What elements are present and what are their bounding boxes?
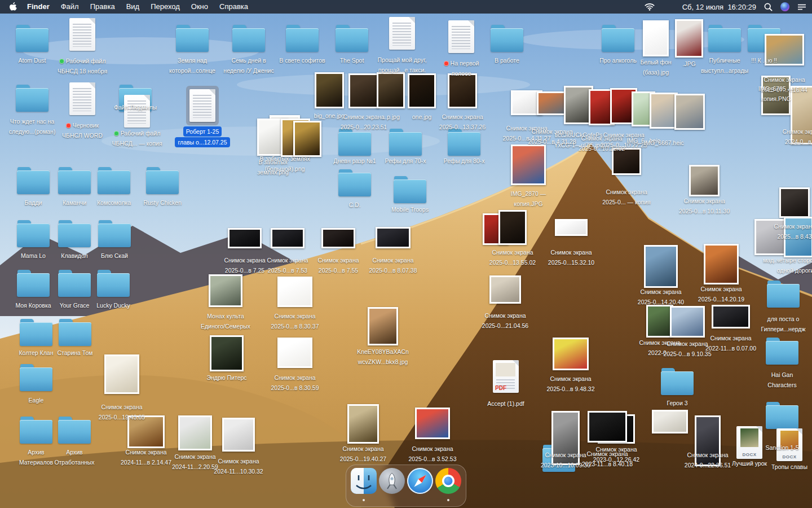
desktop-image-63[interactable] — [555, 219, 588, 236]
desktop-label-86[interactable]: Снимок экрана2025-0...в 8.30.59 — [258, 373, 332, 393]
menu-item-3[interactable]: Переход — [145, 0, 186, 14]
desktop-image-48[interactable] — [511, 144, 546, 185]
desktop-folder-56[interactable] — [98, 220, 131, 247]
dock-launchpad[interactable] — [378, 468, 406, 503]
desktop-image-86[interactable] — [277, 338, 312, 368]
desktop-image-71[interactable] — [489, 275, 521, 304]
desktop-image-30[interactable] — [448, 73, 477, 108]
menu-item-1[interactable]: Правка — [85, 0, 121, 14]
desktop-label-53[interactable]: четыре стороныодной дороги.jp — [762, 255, 812, 275]
apple-menu[interactable] — [0, 2, 21, 11]
desktop-label-48[interactable]: IMG_2870 —копия.JPG — [492, 189, 565, 209]
desktop-label-37[interactable]: IMG_6667.heic — [627, 138, 700, 148]
desktop-label-73[interactable]: для поста оГиппери...нердж — [747, 314, 812, 334]
desktop-label-19[interactable]: Файл Людмилы — [99, 102, 172, 112]
desktop-folder-41[interactable] — [98, 167, 130, 194]
desktop-label-65[interactable]: Снимок экрана2025-0...14.20.19 — [685, 284, 758, 304]
desktop-image-84[interactable] — [104, 354, 139, 394]
desktop-image-60[interactable] — [376, 227, 411, 248]
desktop-image-62[interactable] — [498, 210, 527, 245]
desktop-label-23[interactable]: В забытыхземлях.png — [236, 157, 310, 177]
desktop-folder-2[interactable] — [176, 25, 209, 52]
desktop-image-38[interactable] — [674, 94, 705, 130]
desktop-folder-55[interactable] — [58, 220, 91, 247]
desktop-folder-79[interactable] — [766, 338, 798, 365]
desktop-image-27[interactable] — [348, 73, 379, 108]
desktop-image-93[interactable] — [415, 408, 450, 439]
desktop-folder-17[interactable] — [16, 85, 48, 112]
menu-item-4[interactable]: Окно — [186, 0, 214, 14]
desktop-folder-8[interactable] — [491, 25, 523, 52]
spotlight-search-icon[interactable] — [764, 3, 773, 11]
menu-app-name[interactable]: Finder — [21, 0, 55, 14]
desktop-label-1[interactable]: Рабочий файлЧБНСД 18 ноября — [46, 56, 119, 76]
desktop-label-82[interactable]: Старина Том — [38, 348, 112, 358]
desktop-label-8[interactable]: В работе — [470, 55, 544, 65]
desktop-image-37[interactable] — [650, 93, 678, 129]
desktop-label-85[interactable]: Эндрю Питерс — [190, 373, 263, 383]
desktop-folder-0[interactable] — [16, 25, 48, 52]
desktop-document-6[interactable] — [389, 17, 415, 50]
desktop-document-21[interactable] — [186, 86, 219, 125]
desktop-image-65[interactable] — [704, 244, 739, 284]
desktop-image-97[interactable] — [588, 411, 627, 443]
desktop-label-93[interactable]: Снимок экрана2025-0...в 3.52.53 — [396, 444, 469, 464]
desktop-image-98[interactable] — [652, 410, 688, 433]
desktop-label-56[interactable]: Блю Скай — [78, 251, 151, 261]
desktop-image-74[interactable] — [646, 305, 673, 338]
desktop-image-59[interactable] — [321, 228, 355, 248]
desktop-folder-42[interactable] — [146, 167, 179, 194]
desktop-folder-73[interactable] — [767, 281, 800, 308]
desktop-folder-66[interactable] — [17, 270, 50, 297]
dock-safari[interactable] — [406, 468, 434, 503]
desktop-folder-54[interactable] — [17, 220, 50, 247]
desktop-label-70[interactable]: Снимок экрана2025-0...в 8.30.37 — [258, 311, 332, 331]
desktop-image-69[interactable] — [209, 274, 242, 307]
desktop-document-1[interactable] — [69, 18, 95, 51]
desktop-folder-82[interactable] — [59, 319, 91, 346]
dock-finder[interactable] — [350, 468, 378, 503]
desktop-image-57[interactable] — [228, 228, 262, 248]
desktop-label-47[interactable]: Mobile Troops — [373, 204, 447, 214]
desktop-label-16[interactable]: Снимок экрана2024-0...в 7.0 — [766, 126, 812, 147]
desktop-label-100[interactable]: Sanction 1-5 — [745, 443, 812, 453]
desktop-label-97[interactable]: Снимок экрана2023-11...в 8.40.18 — [571, 449, 644, 469]
desktop-label-84[interactable]: Снимок экрана2025-0...19.43.05 — [85, 402, 158, 422]
desktop-label-80[interactable]: Accept (1).pdf — [469, 398, 542, 409]
desktop-folder-40[interactable] — [58, 167, 91, 194]
desktop-label-13[interactable]: !!! К ...ю !! — [727, 55, 801, 65]
desktop-folder-78[interactable] — [661, 368, 694, 395]
desktop-pdf-80[interactable]: PDF — [493, 360, 519, 393]
desktop-label-79[interactable]: Hai GanCharacters — [745, 370, 812, 390]
desktop-document-18[interactable] — [69, 82, 95, 115]
desktop-image-76[interactable] — [712, 305, 750, 329]
input-language-flag-ru[interactable] — [663, 3, 674, 11]
desktop-folder-5[interactable] — [336, 25, 368, 52]
desktop-folder-81[interactable] — [20, 319, 52, 346]
desktop-label-92[interactable]: Снимок экрана2025-0...19.40.27 — [326, 444, 400, 464]
notification-center-icon[interactable] — [797, 3, 806, 11]
desktop-label-83[interactable]: Eagle — [0, 395, 73, 405]
desktop-document-7[interactable] — [448, 20, 474, 53]
menu-item-5[interactable]: Справка — [214, 0, 254, 14]
desktop-image-50[interactable] — [689, 165, 720, 196]
desktop-folder-100[interactable] — [766, 402, 798, 429]
desktop-image-51[interactable] — [779, 187, 810, 218]
desktop-label-63[interactable]: Снимок экрана2025-0...15.32.10 — [535, 247, 608, 268]
desktop-label-42[interactable]: Rusty Chicken — [126, 198, 199, 208]
wifi-icon[interactable] — [645, 3, 655, 11]
desktop-image-91[interactable] — [222, 418, 255, 452]
desktop-image-10[interactable] — [643, 20, 669, 56]
desktop-image-85[interactable] — [210, 335, 244, 371]
desktop-image-77[interactable] — [553, 338, 589, 370]
desktop-label-30[interactable]: Снимок экрана2025-0...13.37.26 — [426, 112, 499, 132]
desktop-label-71[interactable]: Снимок экрана2025-0...21.04.56 — [469, 310, 542, 331]
desktop-label-51[interactable]: Снимок экрана2025...в 8.43 — [758, 221, 812, 242]
desktop-image-28[interactable] — [377, 72, 405, 108]
desktop-image-72[interactable] — [368, 307, 398, 345]
desktop-label-76[interactable]: Снимок экрана2022-11...в 0.07.00 — [694, 333, 767, 353]
desktop-folder-46[interactable] — [338, 169, 371, 196]
desktop-folder-43[interactable] — [338, 129, 371, 156]
desktop-folder-68[interactable] — [97, 270, 130, 297]
desktop-folder-39[interactable] — [17, 167, 50, 194]
